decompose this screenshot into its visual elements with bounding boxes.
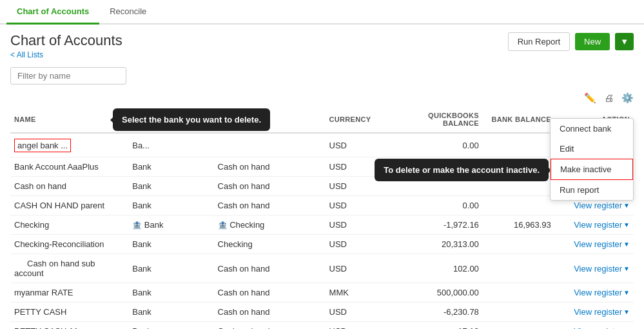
cell-type: Bank (128, 303, 213, 322)
cell-currency: USD (326, 303, 391, 322)
cell-name: Checking-Reconciliation (10, 235, 128, 254)
cell-name: CASH ON HAND parent (10, 196, 128, 215)
cell-qb-balance: 17.18 (391, 322, 483, 330)
cell-bank-balance: 16,963.93 (483, 215, 555, 235)
cell-type: Ba... (128, 133, 213, 157)
cell-action: View register ▼ (555, 303, 634, 322)
cell-name: Cash on hand sub account (10, 254, 128, 283)
tab-chart-of-accounts[interactable]: Chart of Accounts (6, 0, 99, 25)
view-register-link[interactable]: View register ▼ (574, 288, 630, 297)
cell-detail-type: Cash on hand (214, 177, 326, 196)
cell-name: PETTY CASH (10, 303, 128, 322)
dropdown-item-edit[interactable]: Edit (551, 139, 633, 159)
table-row: Cash on hand sub accountBankCash on hand… (10, 254, 634, 283)
dropdown-item-make-inactive[interactable]: Make inactive (551, 159, 633, 180)
toolbar (0, 62, 644, 90)
action-dropdown-menu: Connect bank Edit Make inactive Run repo… (550, 118, 634, 201)
cell-bank-balance (483, 322, 555, 330)
cell-bank-balance (483, 254, 555, 283)
cell-type: Bank (128, 177, 213, 196)
cell-currency: USD (326, 196, 391, 215)
dropdown-item-run-report[interactable]: Run report (551, 180, 633, 200)
page-title-area: Chart of Accounts < All Lists (10, 32, 122, 59)
cell-qb-balance: 102.00 (391, 254, 483, 283)
cell-detail-type: Cash on hand (214, 303, 326, 322)
cell-type: Bank (128, 322, 213, 330)
cell-type: Bank (128, 157, 213, 177)
table-icons: ✏️ 🖨 ⚙️ (0, 90, 644, 106)
cell-bank-balance (483, 303, 555, 322)
cell-qb-balance: 0.00 (391, 196, 483, 215)
cell-name: Checking (10, 215, 128, 235)
view-register-link[interactable]: View register ▼ (574, 239, 630, 249)
cell-type: Bank (128, 254, 213, 283)
cell-qb-balance: -6,230.78 (391, 303, 483, 322)
cell-currency: USD (326, 215, 391, 235)
cell-currency: USD (326, 133, 391, 157)
cell-currency: USD (326, 235, 391, 254)
new-button[interactable]: New (575, 33, 610, 50)
cell-currency: MMK (326, 283, 391, 303)
table-row: PETTY CASH 11BankCash on handUSD17.18Vie… (10, 322, 634, 330)
page-title: Chart of Accounts (10, 32, 122, 49)
accounts-table: NAME TYPE ▲ DETAIL TYPE CURRENCY QUICKBO… (0, 106, 644, 329)
dropdown-item-connect-bank[interactable]: Connect bank (551, 119, 633, 139)
tab-reconcile[interactable]: Reconcile (99, 0, 157, 25)
table-row: Checking-ReconciliationBankCheckingUSD20… (10, 235, 634, 254)
cell-name: angel bank ... (10, 133, 128, 157)
view-register-link[interactable]: View register ▼ (574, 220, 630, 230)
cell-detail-type: Cash on hand (214, 157, 326, 177)
highlighted-name[interactable]: angel bank ... (14, 139, 71, 152)
view-register-link[interactable]: View register ▼ (574, 201, 630, 210)
cell-detail-type: 🏦 Checking (214, 215, 326, 235)
cell-type: Bank (128, 283, 213, 303)
cell-bank-balance (483, 196, 555, 215)
cell-qb-balance: 500,000.00 (391, 283, 483, 303)
cell-type: Bank (128, 196, 213, 215)
cell-detail-type: Cash on hand (214, 322, 326, 330)
table-header-row: NAME TYPE ▲ DETAIL TYPE CURRENCY QUICKBO… (10, 106, 634, 133)
new-dropdown-arrow[interactable]: ▼ (615, 33, 634, 50)
cell-detail-type: Cash on hand (214, 283, 326, 303)
table-row: myanmar RATEBankCash on handMMK500,000.0… (10, 283, 634, 303)
print-icon[interactable]: 🖨 (604, 92, 614, 104)
table-row: Checking🏦 Bank🏦 CheckingUSD-1,972.1616,9… (10, 215, 634, 235)
cell-name: PETTY CASH 11 (10, 322, 128, 330)
annotation-select-bank: Select the bank you want to delete. (113, 108, 270, 131)
cell-action: View register ▼ (555, 283, 634, 303)
annotation-delete-inactive: To delete or make the account inactive. (375, 159, 549, 181)
cell-currency: USD (326, 254, 391, 283)
cell-bank-balance (483, 133, 555, 157)
cell-detail-type: Cash on hand (214, 196, 326, 215)
all-lists-link[interactable]: < All Lists (10, 50, 122, 59)
cell-bank-balance (483, 283, 555, 303)
cell-type: 🏦 Bank (128, 215, 213, 235)
cell-name: myanmar RATE (10, 283, 128, 303)
edit-icon[interactable]: ✏️ (584, 92, 596, 104)
cell-qb-balance: 20,313.00 (391, 235, 483, 254)
settings-icon[interactable]: ⚙️ (621, 92, 634, 104)
cell-bank-balance (483, 235, 555, 254)
cell-currency: USD (326, 322, 391, 330)
tab-bar: Chart of Accounts Reconcile (0, 0, 644, 25)
view-register-link[interactable]: View register ▼ (574, 264, 630, 274)
cell-qb-balance: 0.00 (391, 133, 483, 157)
cell-action: View register ▼ (555, 254, 634, 283)
run-report-button[interactable]: Run Report (508, 32, 570, 51)
cell-qb-balance: -1,972.16 (391, 215, 483, 235)
table-row: PETTY CASHBankCash on handUSD-6,230.78Vi… (10, 303, 634, 322)
col-header-qb-balance: QUICKBOOKS BALANCE (391, 106, 483, 133)
view-register-link[interactable]: View register ▼ (574, 326, 630, 329)
view-register-link[interactable]: View register ▼ (574, 307, 630, 317)
cell-type: Bank (128, 235, 213, 254)
cell-action: View register ▼ (555, 215, 634, 235)
cell-action: View register ▼ (555, 235, 634, 254)
header-buttons: Run Report New ▼ (508, 32, 634, 51)
cell-detail-type: Checking (214, 235, 326, 254)
cell-action: View register ▼ (555, 322, 634, 330)
col-header-bank-balance: BANK BALANCE (483, 106, 555, 133)
cell-name: Bank Account AaaPlus (10, 157, 128, 177)
cell-detail-type (214, 133, 326, 157)
filter-input[interactable] (10, 67, 126, 85)
cell-detail-type: Cash on hand (214, 254, 326, 283)
